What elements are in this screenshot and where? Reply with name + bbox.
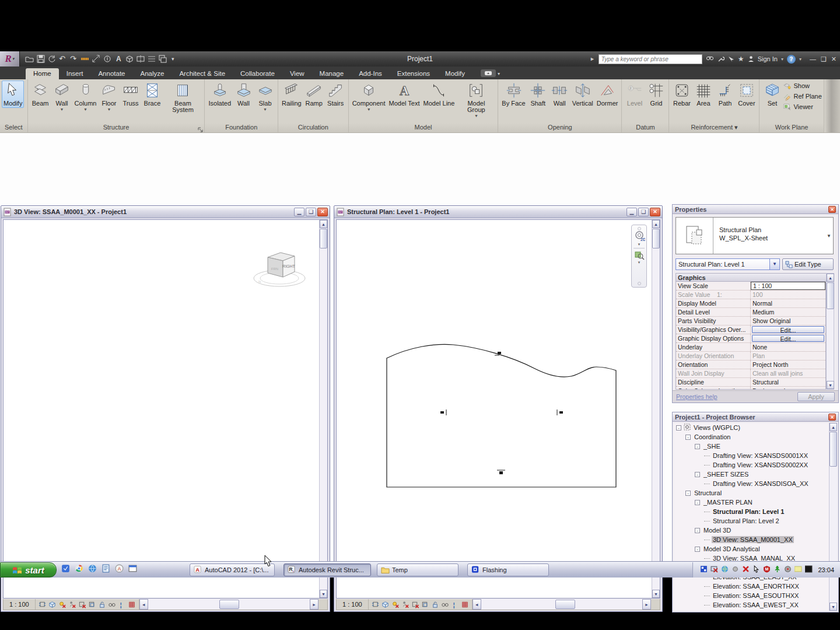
isolated-button[interactable]: Isolated [206,80,233,108]
tray-icon[interactable] [784,565,792,575]
3d-view-canvas[interactable]: RIGHT FRN N ▲ ▼ [3,219,328,598]
tree-expander-icon[interactable]: - [685,435,691,440]
crop-show-icon[interactable] [421,600,429,609]
edit-button[interactable]: Edit... [752,335,824,342]
vertical-button[interactable]: Vertical [570,80,595,108]
unlocked-icon[interactable] [431,600,439,609]
property-value[interactable]: Background [751,387,825,390]
worksharing-icon[interactable] [128,600,136,609]
tab-insert[interactable]: Insert [59,68,91,79]
chevron-down-icon[interactable]: ▼ [825,218,833,254]
sign-in-button[interactable]: Sign In [758,55,778,62]
resize-grip[interactable] [651,599,660,610]
by-face-button[interactable]: By Face [500,80,527,108]
property-value[interactable]: Project North [751,360,825,369]
unlocked-icon[interactable] [98,600,106,609]
tab-view[interactable]: View [282,68,312,79]
tree-item[interactable]: -Structural [674,488,829,498]
shadows-off-icon[interactable] [68,600,76,609]
quick-launch-icon[interactable] [61,564,71,573]
cover-button[interactable]: Cover [736,80,757,108]
analytical-icon[interactable]: ¦ [118,600,126,609]
tree-item[interactable]: -_SHEET SIZES [674,470,829,479]
media-panel-dropdown-icon[interactable]: ▾ [498,71,500,76]
minimize-button[interactable]: ▁ [294,208,304,216]
scroll-down-button[interactable]: ▼ [827,381,834,389]
navbar-handle[interactable] [638,282,641,285]
view-scale-button[interactable]: 1 : 100 [337,599,369,610]
view-cube[interactable]: RIGHT FRN N [250,244,311,291]
tree-item[interactable]: -Views (WGPLC) [674,423,829,432]
analytical-icon[interactable]: ¦ [451,600,459,609]
column-button[interactable]: Column▼ [73,80,99,113]
maximize-button[interactable]: ❑ [306,208,316,216]
tree-expander-icon[interactable]: - [695,500,700,505]
zoom-icon[interactable] [634,250,645,260]
help-dropdown-icon[interactable]: ▾ [799,57,802,62]
tree-item[interactable]: -_MASTER PLAN [674,498,829,507]
property-value[interactable]: Show Original [751,317,825,325]
tray-icon[interactable] [700,565,708,575]
edit-type-button[interactable]: Edit Type [782,258,834,270]
chevron-down-icon[interactable]: ▼ [60,107,64,111]
scroll-right-button[interactable]: ► [310,599,318,610]
tree-item[interactable]: Structural Plan: Level 2 [674,516,829,526]
tray-icon[interactable]: M [763,565,771,575]
tab-collaborate[interactable]: Collaborate [233,68,282,79]
view3d-icon[interactable] [124,54,134,64]
property-value[interactable]: Structural [751,378,825,386]
panel-label[interactable]: Circulation [278,123,348,132]
reveal-hidden-icon[interactable] [108,600,116,609]
sync-icon[interactable] [47,54,57,64]
tree-expander-icon[interactable]: - [685,491,691,496]
tray-icon[interactable] [805,565,813,575]
chevron-down-icon[interactable]: ▼ [107,107,111,111]
floor-button[interactable]: Floor▼ [98,80,120,113]
view-scale-button[interactable]: 1 : 100 [4,599,36,610]
tree-item[interactable]: -Model 3D Analytical [674,544,829,554]
stairs-button[interactable]: Stairs [325,80,346,108]
modify-button[interactable]: Modify [2,80,24,108]
scroll-thumb[interactable] [652,229,660,249]
tray-icon[interactable] [774,565,781,575]
scroll-thumb[interactable] [320,229,327,249]
ramp-button[interactable]: Ramp [303,80,325,108]
wall-button[interactable]: Wall [549,80,570,108]
scroll-left-button[interactable]: ◄ [139,599,148,610]
project-browser-header[interactable]: Project1 - Project Browser ✕ [673,412,838,422]
shaft-button[interactable]: Shaft [527,80,549,108]
crop-off-icon[interactable] [78,600,86,609]
quick-launch-icon[interactable] [88,564,97,573]
tree-item[interactable]: Drafting View: XSANSDS0002XX [674,460,829,470]
apply-button[interactable]: Apply [797,392,835,401]
shadows-off-icon[interactable] [401,600,410,609]
help-button[interactable]: ? [787,55,796,64]
taskbar-task-folder[interactable]: Temp [377,564,459,576]
chevron-down-icon[interactable]: ▼ [769,259,779,270]
reveal-hidden-icon[interactable] [441,600,449,609]
scroll-thumb[interactable] [555,600,575,609]
scroll-right-button[interactable]: ► [642,599,651,610]
tab-home[interactable]: Home [26,68,59,79]
property-value[interactable]: Medium [751,308,825,316]
panel-label[interactable]: Work Plane [760,123,823,132]
viewer-button[interactable]: Viewer [783,103,821,111]
panel-label[interactable]: Opening [498,123,621,132]
tray-icon[interactable] [794,565,802,575]
instance-selector-combo[interactable]: Structural Plan: Level 1 ▼ [676,258,780,270]
media-panel-button[interactable] [481,69,496,77]
tag-icon[interactable] [102,54,112,64]
save-icon[interactable] [36,54,46,64]
vertical-scrollbar[interactable]: ▲ ▼ [829,423,837,611]
tree-expander-icon[interactable]: - [695,547,700,552]
model-text-button[interactable]: AModel Text [387,80,422,108]
tray-icon[interactable] [721,565,729,575]
scroll-thumb[interactable] [830,432,837,467]
steering-wheel-dropdown-icon[interactable]: ▾ [638,242,640,247]
subscription-icon[interactable] [718,55,724,62]
set-button[interactable]: Set [761,80,783,108]
tab-add-ins[interactable]: Add-Ins [351,68,390,79]
panel-label[interactable]: Datum [622,123,668,132]
horizontal-scrollbar[interactable]: ◄ ► [139,599,318,610]
model-box-icon[interactable] [382,600,390,609]
